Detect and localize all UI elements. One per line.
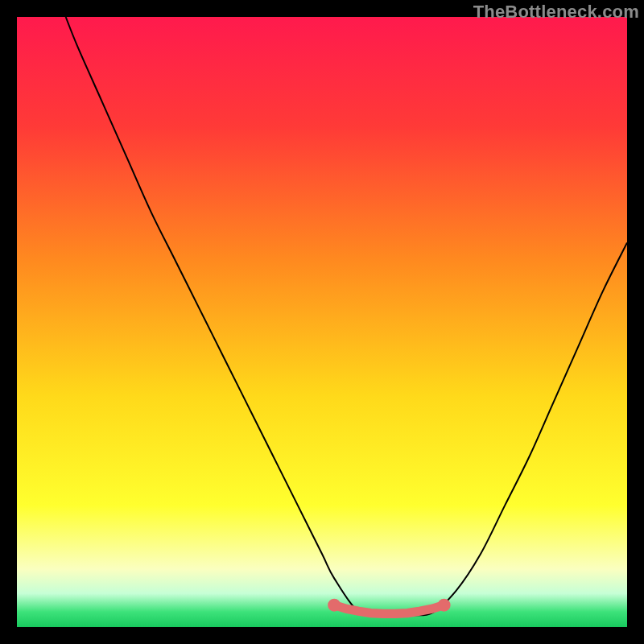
optimal-range-endpoint	[328, 599, 341, 612]
optimal-range-markers	[328, 599, 450, 614]
bottleneck-curve	[66, 17, 627, 616]
optimal-range-line	[334, 605, 444, 614]
watermark-text: TheBottleneck.com	[473, 2, 639, 23]
plot-area	[17, 17, 627, 627]
curve-layer	[17, 17, 627, 627]
chart-frame: TheBottleneck.com	[0, 0, 644, 644]
optimal-range-endpoint	[438, 599, 451, 612]
